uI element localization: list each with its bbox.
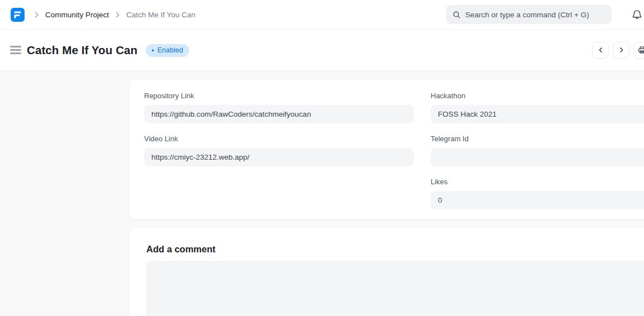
hackathon-input[interactable] — [431, 105, 644, 123]
telegram-id-input[interactable] — [431, 148, 644, 166]
comments-card: Add a comment — [130, 228, 644, 316]
breadcrumb-parent-link[interactable]: Community Project — [45, 11, 109, 19]
repository-link-field: Repository Link — [144, 92, 414, 123]
likes-label: Likes — [431, 178, 644, 186]
telegram-id-field: Telegram Id — [431, 135, 644, 166]
search-input[interactable] — [465, 11, 605, 19]
video-link-input[interactable] — [144, 148, 414, 166]
prev-document-button[interactable] — [592, 42, 609, 59]
page-title: Catch Me If You Can — [27, 44, 137, 57]
print-button[interactable] — [633, 42, 644, 59]
sidebar-toggle-menu-icon[interactable] — [10, 44, 22, 56]
repository-link-input[interactable] — [144, 105, 414, 123]
repository-link-label: Repository Link — [144, 92, 414, 100]
likes-field: Likes — [431, 178, 644, 209]
video-link-label: Video Link — [144, 135, 414, 143]
page-head-actions — [592, 42, 644, 59]
form-body: Repository Link Video Link Hackathon Tel… — [0, 71, 644, 316]
page-head: Catch Me If You Can • Enabled — [0, 30, 644, 71]
video-link-field: Video Link — [144, 135, 414, 166]
status-dot-icon: • — [151, 47, 154, 54]
search-icon — [452, 11, 461, 19]
hackathon-field: Hackathon — [431, 92, 644, 123]
status-badge-label: Enabled — [158, 46, 183, 54]
next-document-button[interactable] — [613, 42, 629, 59]
global-search[interactable] — [446, 5, 612, 24]
chevron-right-icon — [32, 11, 41, 19]
details-card: Repository Link Video Link Hackathon Tel… — [130, 79, 644, 219]
breadcrumb-current: Catch Me If You Can — [126, 11, 195, 19]
hackathon-label: Hackathon — [431, 92, 644, 100]
chevron-right-icon — [113, 11, 122, 19]
likes-input[interactable] — [431, 191, 644, 209]
add-comment-heading: Add a comment — [146, 244, 644, 255]
notifications-bell-icon[interactable] — [631, 8, 642, 21]
top-navbar: Community Project Catch Me If You Can — [0, 0, 644, 30]
comment-input[interactable] — [146, 261, 644, 316]
telegram-id-label: Telegram Id — [431, 135, 644, 143]
status-badge: • Enabled — [146, 44, 189, 57]
form-column-left: Repository Link Video Link — [144, 92, 414, 221]
form-column-right: Hackathon Telegram Id Likes — [431, 92, 644, 221]
frappe-logo-icon[interactable] — [11, 8, 25, 22]
